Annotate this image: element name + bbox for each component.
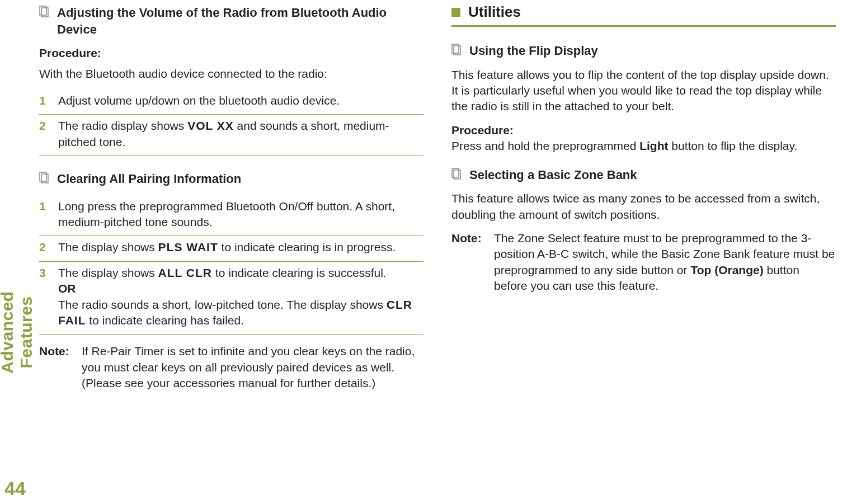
- display-text: ALL CLR: [158, 266, 212, 279]
- display-text: VOL XX: [187, 119, 234, 132]
- button-name: Top (Orange): [690, 263, 763, 276]
- display-text: PLS WAIT: [158, 241, 218, 253]
- topic-heading: Clearing All Pairing Information: [39, 171, 424, 187]
- sidebar-label-wrap: Advanced Features: [0, 260, 36, 405]
- text-fragment: to indicate clearing is successful.: [212, 266, 387, 279]
- step-text: The radio display shows VOL XX and sound…: [58, 118, 424, 150]
- topic-title: Using the Flip Display: [469, 43, 598, 59]
- text-fragment: to indicate clearing has failed.: [86, 314, 244, 327]
- step-number: 2: [39, 239, 49, 255]
- note-label: Note:: [39, 343, 72, 359]
- page-number: 44: [4, 478, 26, 500]
- document-page: Advanced Features 44 Adjusting the Volum…: [0, 0, 847, 504]
- or-label: OR: [58, 282, 76, 295]
- note-text: The Zone Select feature must to be prepr…: [494, 230, 836, 294]
- document-icon: [39, 6, 49, 18]
- procedure-block: Procedure: Press and hold the preprogram…: [451, 123, 836, 154]
- document-icon: [451, 44, 462, 56]
- text-fragment: The display shows: [58, 241, 158, 253]
- section-title: Utilities: [468, 2, 521, 22]
- step-item: 1 Adjust volume up/down on the bluetooth…: [39, 90, 424, 115]
- section-rule: [451, 25, 836, 27]
- topic-title: Selecting a Basic Zone Bank: [469, 167, 637, 183]
- text-fragment: to indicate clearing is in progress.: [218, 241, 396, 253]
- topic-heading: Selecting a Basic Zone Bank: [451, 167, 836, 183]
- section-heading-row: Utilities: [451, 2, 836, 22]
- step-item: 2 The radio display shows VOL XX and sou…: [39, 115, 424, 156]
- right-column: Utilities Using the Flip Display This fe…: [451, 0, 836, 482]
- procedure-label: Procedure:: [451, 124, 514, 136]
- step-text: Adjust volume up/down on the bluetooth a…: [58, 93, 424, 109]
- paragraph: This feature allows you to flip the cont…: [451, 67, 836, 115]
- step-number: 1: [39, 199, 49, 214]
- step-list: 1 Long press the preprogrammed Bluetooth…: [39, 195, 424, 335]
- text-fragment: Press and hold the preprogrammed: [451, 139, 639, 152]
- document-icon: [39, 172, 49, 184]
- step-text: Long press the preprogrammed Bluetooth O…: [58, 199, 424, 230]
- note-label: Note:: [451, 230, 484, 246]
- topic-heading: Adjusting the Volume of the Radio from B…: [39, 4, 424, 37]
- step-item: 2 The display shows PLS WAIT to indicate…: [39, 236, 424, 261]
- step-text: The display shows PLS WAIT to indicate c…: [58, 239, 424, 255]
- note-block: Note: If Re-Pair Timer is set to infinit…: [39, 343, 424, 391]
- procedure-label: Procedure:: [39, 45, 424, 61]
- text-fragment: The display shows: [58, 266, 158, 279]
- document-icon: [451, 168, 462, 180]
- note-block: Note: The Zone Select feature must to be…: [451, 230, 836, 294]
- topic-title: Clearing All Pairing Information: [57, 171, 241, 187]
- columns: Adjusting the Volume of the Radio from B…: [39, 0, 836, 482]
- step-item: 1 Long press the preprogrammed Bluetooth…: [39, 195, 424, 237]
- button-name: Light: [639, 139, 668, 152]
- step-item: 3 The display shows ALL CLR to indicate …: [39, 262, 424, 335]
- procedure-intro: With the Bluetooth audio device connecte…: [39, 66, 424, 82]
- step-number: 3: [39, 265, 49, 281]
- step-number: 1: [39, 93, 49, 109]
- topic-title: Adjusting the Volume of the Radio from B…: [57, 4, 424, 37]
- note-text: If Re-Pair Timer is set to infinite and …: [82, 343, 424, 391]
- step-text: The display shows ALL CLR to indicate cl…: [58, 265, 424, 328]
- left-column: Adjusting the Volume of the Radio from B…: [39, 0, 424, 482]
- sidebar-section-label: Advanced Features: [0, 291, 35, 373]
- step-list: 1 Adjust volume up/down on the bluetooth…: [39, 90, 424, 156]
- topic-heading: Using the Flip Display: [451, 43, 836, 59]
- paragraph: This feature allows twice as many zones …: [451, 191, 836, 223]
- text-fragment: The radio sounds a short, low-pitched to…: [58, 298, 387, 311]
- step-number: 2: [39, 118, 49, 134]
- sidebar: Advanced Features 44: [0, 0, 34, 504]
- section-marker-icon: [451, 8, 460, 17]
- text-fragment: button to flip the display.: [669, 139, 798, 152]
- text-fragment: The radio display shows: [58, 119, 187, 132]
